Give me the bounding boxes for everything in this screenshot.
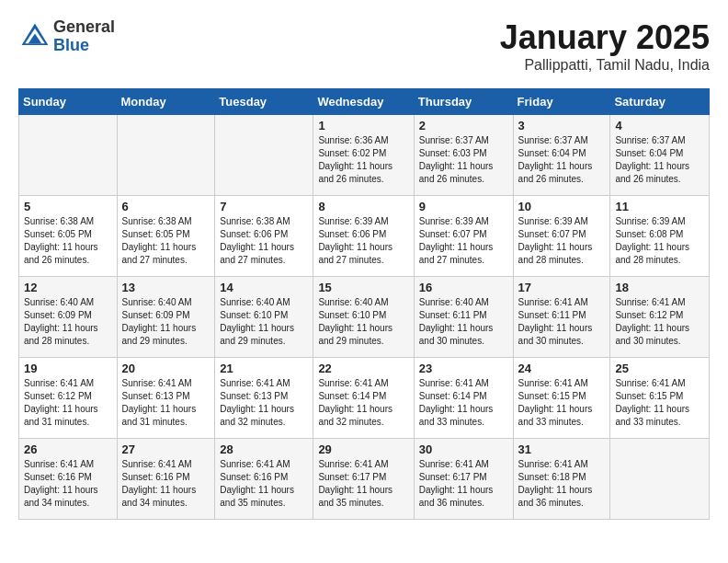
- day-info: Sunrise: 6:37 AM Sunset: 6:04 PM Dayligh…: [615, 134, 704, 186]
- logo-blue: Blue: [53, 37, 115, 55]
- weekday-header-friday: Friday: [513, 89, 610, 115]
- day-number: 11: [615, 200, 704, 213]
- calendar-cell: 13Sunrise: 6:40 AM Sunset: 6:09 PM Dayli…: [117, 277, 215, 358]
- day-info: Sunrise: 6:41 AM Sunset: 6:14 PM Dayligh…: [419, 377, 508, 429]
- day-number: 12: [24, 281, 112, 294]
- day-number: 4: [615, 119, 704, 132]
- day-number: 22: [318, 362, 408, 375]
- day-number: 31: [518, 442, 606, 456]
- calendar-cell: 31Sunrise: 6:41 AM Sunset: 6:18 PM Dayli…: [513, 439, 610, 520]
- day-number: 17: [518, 281, 606, 294]
- day-number: 5: [24, 200, 112, 213]
- day-info: Sunrise: 6:40 AM Sunset: 6:09 PM Dayligh…: [24, 296, 112, 348]
- calendar-cell: 6Sunrise: 6:38 AM Sunset: 6:05 PM Daylig…: [117, 196, 215, 277]
- day-number: 13: [122, 281, 210, 294]
- calendar-cell: [117, 115, 215, 196]
- page-header: General Blue January 2025 Pallippatti, T…: [18, 18, 710, 74]
- day-info: Sunrise: 6:41 AM Sunset: 6:12 PM Dayligh…: [615, 296, 704, 348]
- weekday-header-tuesday: Tuesday: [215, 89, 313, 115]
- day-info: Sunrise: 6:41 AM Sunset: 6:17 PM Dayligh…: [419, 458, 508, 510]
- day-number: 27: [122, 442, 210, 456]
- calendar-cell: 27Sunrise: 6:41 AM Sunset: 6:16 PM Dayli…: [117, 439, 215, 520]
- day-number: 14: [220, 281, 308, 294]
- weekday-header-monday: Monday: [117, 89, 215, 115]
- calendar-cell: 20Sunrise: 6:41 AM Sunset: 6:13 PM Dayli…: [117, 358, 215, 439]
- calendar-cell: [215, 115, 313, 196]
- calendar-title: January 2025: [500, 18, 710, 57]
- day-info: Sunrise: 6:41 AM Sunset: 6:15 PM Dayligh…: [615, 377, 704, 429]
- day-info: Sunrise: 6:38 AM Sunset: 6:06 PM Dayligh…: [220, 215, 308, 267]
- calendar-cell: 26Sunrise: 6:41 AM Sunset: 6:16 PM Dayli…: [19, 439, 118, 520]
- logo-icon: [18, 20, 51, 53]
- calendar-table: SundayMondayTuesdayWednesdayThursdayFrid…: [18, 88, 710, 520]
- day-number: 9: [419, 200, 508, 213]
- day-info: Sunrise: 6:41 AM Sunset: 6:16 PM Dayligh…: [122, 458, 210, 510]
- day-info: Sunrise: 6:41 AM Sunset: 6:13 PM Dayligh…: [122, 377, 210, 429]
- day-info: Sunrise: 6:41 AM Sunset: 6:17 PM Dayligh…: [318, 458, 408, 510]
- weekday-header-thursday: Thursday: [414, 89, 513, 115]
- calendar-cell: 16Sunrise: 6:40 AM Sunset: 6:11 PM Dayli…: [414, 277, 513, 358]
- day-number: 8: [318, 200, 408, 213]
- day-info: Sunrise: 6:39 AM Sunset: 6:07 PM Dayligh…: [419, 215, 508, 267]
- day-number: 1: [318, 119, 408, 132]
- day-number: 30: [419, 442, 508, 456]
- logo-general: General: [53, 18, 115, 37]
- day-info: Sunrise: 6:40 AM Sunset: 6:09 PM Dayligh…: [122, 296, 210, 348]
- calendar-cell: [610, 439, 710, 520]
- day-number: 23: [419, 362, 508, 375]
- calendar-cell: 9Sunrise: 6:39 AM Sunset: 6:07 PM Daylig…: [414, 196, 513, 277]
- calendar-cell: [19, 115, 118, 196]
- day-info: Sunrise: 6:41 AM Sunset: 6:16 PM Dayligh…: [24, 458, 112, 510]
- calendar-cell: 21Sunrise: 6:41 AM Sunset: 6:13 PM Dayli…: [215, 358, 313, 439]
- day-info: Sunrise: 6:40 AM Sunset: 6:10 PM Dayligh…: [318, 296, 408, 348]
- day-number: 15: [318, 281, 408, 294]
- calendar-cell: 19Sunrise: 6:41 AM Sunset: 6:12 PM Dayli…: [19, 358, 118, 439]
- weekday-header-row: SundayMondayTuesdayWednesdayThursdayFrid…: [19, 89, 710, 115]
- day-info: Sunrise: 6:40 AM Sunset: 6:11 PM Dayligh…: [419, 296, 508, 348]
- calendar-cell: 29Sunrise: 6:41 AM Sunset: 6:17 PM Dayli…: [313, 439, 414, 520]
- calendar-week-row: 12Sunrise: 6:40 AM Sunset: 6:09 PM Dayli…: [19, 277, 710, 358]
- calendar-week-row: 5Sunrise: 6:38 AM Sunset: 6:05 PM Daylig…: [19, 196, 710, 277]
- weekday-header-sunday: Sunday: [19, 89, 118, 115]
- day-number: 18: [615, 281, 704, 294]
- calendar-cell: 10Sunrise: 6:39 AM Sunset: 6:07 PM Dayli…: [513, 196, 610, 277]
- calendar-cell: 12Sunrise: 6:40 AM Sunset: 6:09 PM Dayli…: [19, 277, 118, 358]
- day-info: Sunrise: 6:41 AM Sunset: 6:13 PM Dayligh…: [220, 377, 308, 429]
- calendar-cell: 17Sunrise: 6:41 AM Sunset: 6:11 PM Dayli…: [513, 277, 610, 358]
- day-number: 25: [615, 362, 704, 375]
- day-info: Sunrise: 6:37 AM Sunset: 6:03 PM Dayligh…: [419, 134, 508, 186]
- day-number: 21: [220, 362, 308, 375]
- day-info: Sunrise: 6:41 AM Sunset: 6:12 PM Dayligh…: [24, 377, 112, 429]
- day-number: 7: [220, 200, 308, 213]
- calendar-subtitle: Pallippatti, Tamil Nadu, India: [500, 57, 710, 74]
- day-info: Sunrise: 6:41 AM Sunset: 6:15 PM Dayligh…: [518, 377, 606, 429]
- day-number: 24: [518, 362, 606, 375]
- day-number: 10: [518, 200, 606, 213]
- day-info: Sunrise: 6:37 AM Sunset: 6:04 PM Dayligh…: [518, 134, 606, 186]
- calendar-cell: 22Sunrise: 6:41 AM Sunset: 6:14 PM Dayli…: [313, 358, 414, 439]
- day-info: Sunrise: 6:41 AM Sunset: 6:14 PM Dayligh…: [318, 377, 408, 429]
- calendar-cell: 25Sunrise: 6:41 AM Sunset: 6:15 PM Dayli…: [610, 358, 710, 439]
- day-info: Sunrise: 6:41 AM Sunset: 6:11 PM Dayligh…: [518, 296, 606, 348]
- calendar-cell: 3Sunrise: 6:37 AM Sunset: 6:04 PM Daylig…: [513, 115, 610, 196]
- day-info: Sunrise: 6:38 AM Sunset: 6:05 PM Dayligh…: [122, 215, 210, 267]
- day-info: Sunrise: 6:41 AM Sunset: 6:16 PM Dayligh…: [220, 458, 308, 510]
- day-number: 6: [122, 200, 210, 213]
- calendar-cell: 7Sunrise: 6:38 AM Sunset: 6:06 PM Daylig…: [215, 196, 313, 277]
- calendar-week-row: 19Sunrise: 6:41 AM Sunset: 6:12 PM Dayli…: [19, 358, 710, 439]
- calendar-cell: 8Sunrise: 6:39 AM Sunset: 6:06 PM Daylig…: [313, 196, 414, 277]
- calendar-cell: 24Sunrise: 6:41 AM Sunset: 6:15 PM Dayli…: [513, 358, 610, 439]
- day-info: Sunrise: 6:39 AM Sunset: 6:06 PM Dayligh…: [318, 215, 408, 267]
- day-number: 26: [24, 442, 112, 456]
- calendar-cell: 5Sunrise: 6:38 AM Sunset: 6:05 PM Daylig…: [19, 196, 118, 277]
- logo: General Blue: [18, 18, 115, 55]
- day-info: Sunrise: 6:39 AM Sunset: 6:08 PM Dayligh…: [615, 215, 704, 267]
- day-number: 20: [122, 362, 210, 375]
- day-number: 3: [518, 119, 606, 132]
- day-info: Sunrise: 6:40 AM Sunset: 6:10 PM Dayligh…: [220, 296, 308, 348]
- day-number: 16: [419, 281, 508, 294]
- day-number: 2: [419, 119, 508, 132]
- day-number: 28: [220, 442, 308, 456]
- calendar-cell: 14Sunrise: 6:40 AM Sunset: 6:10 PM Dayli…: [215, 277, 313, 358]
- calendar-cell: 1Sunrise: 6:36 AM Sunset: 6:02 PM Daylig…: [313, 115, 414, 196]
